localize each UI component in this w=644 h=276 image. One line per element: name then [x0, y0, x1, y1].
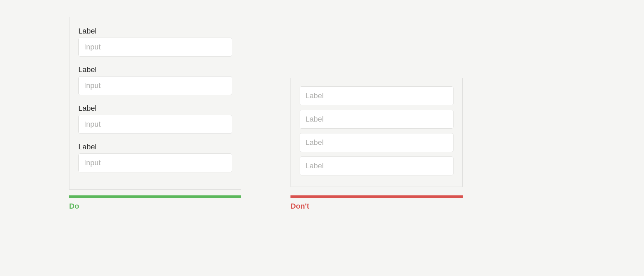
field-label: Label: [78, 143, 232, 151]
text-input[interactable]: [78, 153, 232, 172]
text-input-no-label[interactable]: [300, 110, 454, 129]
field-label: Label: [78, 65, 232, 74]
text-input-no-label[interactable]: [300, 133, 454, 152]
form-field-group: Label: [78, 27, 232, 57]
do-caption: Do: [69, 202, 79, 211]
text-input-no-label[interactable]: [300, 86, 454, 105]
text-input[interactable]: [78, 38, 232, 57]
field-label: Label: [78, 104, 232, 113]
dont-caption: Don't: [290, 202, 309, 211]
text-input-no-label[interactable]: [300, 156, 454, 175]
text-input[interactable]: [78, 115, 232, 134]
text-input[interactable]: [78, 76, 232, 95]
do-indicator-bar: [69, 195, 241, 198]
field-label: Label: [78, 27, 232, 36]
form-field-group: Label: [78, 143, 232, 172]
form-field-group: Label: [78, 65, 232, 95]
form-field-group: Label: [78, 104, 232, 134]
dont-indicator-bar: [290, 195, 463, 198]
dont-example-panel: [290, 78, 463, 187]
do-example-panel: Label Label Label Label: [69, 17, 241, 190]
